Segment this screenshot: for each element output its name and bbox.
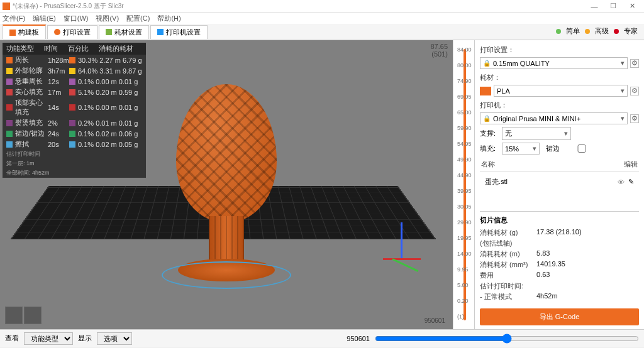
slider-tick: 9.95 (457, 266, 469, 273)
infill-combo[interactable]: 15%▾ (502, 143, 540, 155)
tab-plater-label: 构建板 (18, 28, 39, 37)
support-combo[interactable]: 无▾ (502, 127, 571, 140)
slider-tick: 54.95 (457, 141, 472, 147)
legend-row[interactable]: 周长1h28m30.3% 2.27 m 6.79 g (3, 55, 146, 65)
view-layers-button[interactable] (24, 307, 42, 324)
axis-gizmo[interactable] (383, 222, 402, 260)
slider-tick: 59.90 (457, 125, 472, 131)
maximize-icon[interactable]: ☐ (604, 2, 623, 10)
legend-row[interactable]: 擦拭20s0.1% 0.02 m 0.05 g (3, 139, 146, 150)
mode-expert-dot[interactable] (614, 29, 619, 34)
tab-filament-settings[interactable]: 耗材设置 (99, 25, 149, 39)
filament-gear[interactable]: ⚙ (630, 87, 639, 95)
print-preset-label: 打印设置： (480, 45, 639, 55)
menu-bar: 文件(F) 编辑(E) 窗口(W) 视图(V) 配置(C) 帮助(H) (0, 13, 644, 24)
edit-icon[interactable]: ✎ (628, 178, 634, 186)
brim-checkbox[interactable] (566, 144, 597, 153)
legend-h3: 百分比 (68, 44, 89, 53)
eye-icon[interactable]: 👁 (618, 178, 625, 186)
printer-settings-icon (157, 29, 164, 35)
printer-gear[interactable]: ⚙ (630, 114, 639, 123)
slider-tick: (1) (457, 313, 464, 320)
legend-row[interactable]: 外部轮廓3h7m64.0% 3.31 m 9.87 g (3, 65, 146, 76)
brim-label: 裙边 (546, 144, 560, 153)
tab-print-settings[interactable]: 打印设置 (47, 25, 97, 39)
mode-advanced-dot[interactable] (585, 29, 590, 34)
window-title: *(未保存) - PrusaSlicer-2.5.0 基于 Slic3r (13, 2, 585, 11)
mode-simple-label[interactable]: 简单 (566, 26, 580, 36)
filament-combo[interactable]: PLA▾ (494, 85, 628, 97)
menu-edit[interactable]: 编辑(E) (33, 14, 56, 23)
support-label: 支撑: (480, 129, 496, 138)
support-value: 无 (505, 129, 512, 138)
minimize-icon[interactable]: — (585, 3, 604, 10)
app-logo (3, 3, 10, 10)
legend-footer3: 全部时间: 4h52m (3, 168, 146, 178)
legend-h2: 时间 (44, 44, 58, 53)
slider-tick: 65.00 (457, 109, 472, 116)
filament-label: 耗材： (480, 73, 639, 82)
legend-h1: 功能类型 (6, 44, 34, 53)
legend-row[interactable]: 熨烫填充2%0.2% 0.01 m 0.01 g (3, 117, 146, 128)
tab-bar: 构建板 打印设置 耗材设置 打印机设置 (0, 24, 644, 40)
info-row: - 正常模式4h52m (480, 291, 639, 302)
mode-expert-label[interactable]: 专家 (624, 26, 638, 36)
legend-footer1: 估计打印时间 (3, 150, 146, 159)
tab-printer-label: 打印机设置 (166, 28, 201, 37)
view-iso-button[interactable] (5, 307, 23, 324)
3d-viewport[interactable]: 功能类型时间百分比消耗的耗材 周长1h28m30.3% 2.27 m 6.79 … (0, 40, 453, 329)
printer-combo[interactable]: 🔒Original Prusa MINI & MINI+▾ (480, 112, 628, 124)
legend-row[interactable]: 顶部实心填充14s0.1% 0.00 m 0.01 g (3, 97, 146, 117)
infill-label: 填充: (480, 144, 496, 153)
tab-plater[interactable]: 构建板 (3, 24, 46, 39)
slider-tick: 29.90 (457, 219, 472, 226)
close-icon[interactable]: ✕ (623, 2, 641, 10)
slider-tick: 49.90 (457, 156, 472, 163)
slider-tick: 69.95 (457, 94, 472, 100)
slider-tick: 30.05 (457, 204, 472, 210)
menu-file[interactable]: 文件(F) (3, 14, 25, 23)
menu-view[interactable]: 视图(V) (96, 14, 119, 23)
horiz-coord: 950601 (425, 317, 445, 324)
printer-value: Original Prusa MINI & MINI+ (493, 115, 580, 122)
slice-info: 切片信息 消耗耗材 (g)17.38 (218.10)(包括线轴)消耗耗材 (m… (480, 211, 639, 302)
legend-panel: 功能类型时间百分比消耗的耗材 周长1h28m30.3% 2.27 m 6.79 … (3, 43, 146, 178)
show-select[interactable]: 选项 (97, 332, 132, 345)
object-name: 蛋壳.stl (485, 177, 614, 187)
legend-h4: 消耗的耗材 (99, 44, 133, 53)
slider-tick: 74.90 (457, 78, 472, 84)
bottom-bar: 查看 功能类型 显示 选项 950601 (0, 329, 644, 347)
slider-tick: 14.90 (457, 251, 472, 257)
info-row: 消耗耗材 (g)17.38 (218.10) (480, 227, 639, 238)
filament-color-swatch[interactable] (480, 87, 491, 95)
lock-icon: 🔒 (483, 60, 491, 67)
chevron-down-icon: ▾ (621, 87, 625, 95)
filament-value: PLA (497, 87, 510, 95)
view-select[interactable]: 功能类型 (24, 332, 73, 345)
menu-help[interactable]: 帮助(H) (157, 14, 180, 23)
filament-settings-icon (106, 29, 112, 35)
horizontal-slider[interactable] (375, 332, 639, 345)
chevron-down-icon: ▾ (621, 59, 625, 67)
legend-row[interactable]: 实心填充17m5.1% 0.20 m 0.59 g (3, 87, 146, 97)
show-label: 显示 (78, 334, 92, 343)
layer-slider[interactable]: 84.0080.0074.9069.9565.0059.9054.9549.90… (453, 40, 474, 329)
print-preset-combo[interactable]: 🔒0.15mm QUALITY▾ (480, 57, 628, 69)
mode-advanced-label[interactable]: 高级 (595, 26, 609, 36)
info-row: 消耗耗材 (mm³)14019.35 (480, 259, 639, 270)
menu-window[interactable]: 窗口(W) (64, 14, 89, 23)
export-gcode-button[interactable]: 导出 G-Code (480, 308, 639, 325)
print-preset-gear[interactable]: ⚙ (630, 59, 639, 68)
chevron-down-icon: ▾ (621, 114, 625, 122)
legend-row[interactable]: 裙边/裙边24s0.1% 0.02 m 0.06 g (3, 128, 146, 139)
menu-config[interactable]: 配置(C) (126, 14, 150, 23)
slider-tick: 5.00 (457, 282, 469, 288)
info-row: 估计打印时间: (480, 281, 639, 291)
legend-row[interactable]: 悬垂周长12s0.1% 0.00 m 0.01 g (3, 76, 146, 87)
object-list-item[interactable]: 蛋壳.stl 👁 ✎ (480, 175, 639, 189)
print-settings-icon (54, 29, 60, 35)
mode-simple-dot[interactable] (556, 29, 561, 34)
3d-model[interactable] (167, 84, 286, 282)
tab-printer-settings[interactable]: 打印机设置 (150, 25, 208, 39)
slider-tick: 80.00 (457, 62, 472, 68)
